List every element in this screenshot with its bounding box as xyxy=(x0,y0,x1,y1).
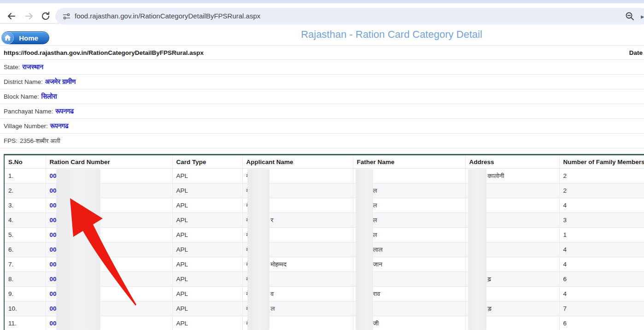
home-button[interactable]: Home xyxy=(1,31,49,44)
browser-toolbar: food.rajasthan.gov.in/RationCategoryDeta… xyxy=(0,3,644,24)
cell-family-members: 6 xyxy=(559,316,644,330)
cell-family-members: 3 xyxy=(559,213,644,228)
cell-family-members: 4 xyxy=(559,257,644,272)
cell-card-type: APL xyxy=(172,272,242,287)
info-label: FPS: xyxy=(4,137,18,144)
info-list: State:राजस्थान District Name:अजमेर ग्राम… xyxy=(0,60,644,148)
cell-card-type: APL xyxy=(172,183,242,198)
info-value: 2356-शब्बीर अली xyxy=(20,137,60,144)
info-row: District Name:अजमेर ग्रामीण xyxy=(0,75,644,89)
page-title: Rajasthan - Ration Card Category Detail xyxy=(240,29,544,41)
cell-card-type: APL xyxy=(172,316,242,330)
info-row: Village Number:रूपनगढ xyxy=(0,119,644,134)
browser-window: food.rajasthan.gov.in/RationCategoryDeta… xyxy=(0,0,644,330)
info-value: रूपनगढ xyxy=(50,122,69,130)
back-arrow-icon xyxy=(6,11,17,21)
info-label: District Name: xyxy=(4,78,43,85)
info-label: State: xyxy=(4,64,20,71)
info-label: Panchayat Name: xyxy=(4,108,53,115)
cell-card-type: APL xyxy=(172,228,242,242)
forward-arrow-icon xyxy=(24,11,34,21)
cell-family-members: 4 xyxy=(559,242,644,257)
zoom-out-icon[interactable] xyxy=(625,11,635,21)
cell-family-members: 2 xyxy=(559,169,644,183)
column-header: Number of Family Members xyxy=(559,155,644,169)
cell-sno: 2. xyxy=(4,183,46,198)
cell-family-members: 1 xyxy=(559,228,644,242)
cell-sno: 8. xyxy=(4,272,46,287)
address-bar[interactable]: food.rajasthan.gov.in/RationCategoryDeta… xyxy=(55,8,644,24)
cell-family-members: 4 xyxy=(559,287,644,301)
forward-button[interactable] xyxy=(24,11,34,21)
column-header: Applicant Name xyxy=(242,155,353,169)
redaction-strip-address xyxy=(468,169,486,330)
info-row: FPS:2356-शब्बीर अली xyxy=(0,134,644,148)
cell-family-members: 4 xyxy=(559,198,644,213)
redaction-strip-applicant-name xyxy=(247,169,269,330)
url-text[interactable]: food.rajasthan.gov.in/RationCategoryDeta… xyxy=(75,8,260,24)
cell-card-type: APL xyxy=(172,301,242,316)
column-header: Address xyxy=(465,155,559,169)
column-header: Card Type xyxy=(172,155,242,169)
info-value: राजस्थान xyxy=(22,63,43,71)
cell-card-type: APL xyxy=(172,198,242,213)
cell-sno: 10. xyxy=(4,301,46,316)
cell-sno: 9. xyxy=(4,287,46,301)
page-url-row: https://food.rajasthan.gov.in/RationCate… xyxy=(0,45,644,60)
info-label: Village Number: xyxy=(4,123,48,130)
info-value: सिलोरा xyxy=(41,93,57,100)
cell-family-members: 2 xyxy=(559,183,644,198)
site-settings-icon[interactable] xyxy=(63,12,70,20)
home-button-label: Home xyxy=(14,34,49,42)
cell-card-type: APL xyxy=(172,242,242,257)
cell-sno: 7. xyxy=(4,257,46,272)
info-row: State:राजस्थान xyxy=(0,60,644,75)
redaction-strip-father-name xyxy=(356,169,373,330)
info-row: Panchayat Name:रूपनगढ xyxy=(0,104,644,119)
table-header-row: S.NoRation Card NumberCard TypeApplicant… xyxy=(4,155,644,169)
info-label: Block Name: xyxy=(4,93,39,100)
cell-sno: 5. xyxy=(4,228,46,242)
cell-family-members: 7 xyxy=(559,301,644,316)
info-row: Block Name:सिलोरा xyxy=(0,89,644,104)
cell-card-type: APL xyxy=(172,257,242,272)
home-icon xyxy=(1,32,14,44)
cell-sno: 6. xyxy=(4,242,46,257)
back-button[interactable] xyxy=(6,11,17,21)
cell-sno: 3. xyxy=(4,198,46,213)
info-value: रूपनगढ xyxy=(55,107,74,115)
reload-icon xyxy=(41,11,51,21)
cell-family-members: 6 xyxy=(559,272,644,287)
date-label: Date xyxy=(629,46,643,60)
cell-card-type: APL xyxy=(172,213,242,228)
column-header: Father Name xyxy=(353,155,465,169)
cell-card-type: APL xyxy=(172,169,242,183)
redaction-strip-ration-card-number xyxy=(56,169,100,330)
column-header: S.No xyxy=(4,155,46,169)
page-url-text: https://food.rajasthan.gov.in/RationCate… xyxy=(4,49,204,56)
tab-strip xyxy=(0,0,644,3)
cell-sno: 1. xyxy=(4,169,46,183)
reload-button[interactable] xyxy=(41,11,51,21)
column-header: Ration Card Number xyxy=(46,155,172,169)
toolbar-edge-icon-partial[interactable]: ▸ xyxy=(641,12,644,20)
cell-sno: 11. xyxy=(4,316,46,330)
cell-sno: 4. xyxy=(4,213,46,228)
info-value: अजमेर ग्रामीण xyxy=(45,78,76,85)
cell-card-type: APL xyxy=(172,287,242,301)
